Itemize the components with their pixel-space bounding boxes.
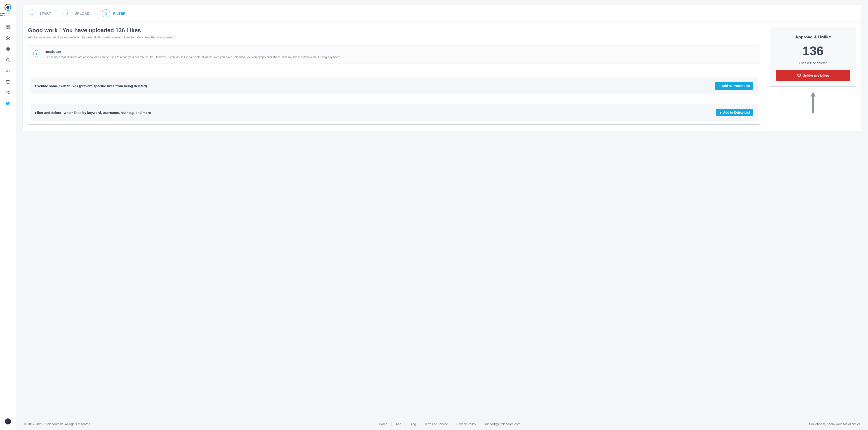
svg-point-9 — [9, 39, 10, 39]
page-subtitle: All of your uploaded likes are selected … — [28, 35, 760, 39]
svg-rect-4 — [8, 28, 10, 29]
svg-line-15 — [8, 37, 9, 38]
footer-tos-link[interactable]: Terms of Service — [421, 422, 452, 426]
svg-rect-3 — [6, 28, 8, 29]
circle-dot-icon[interactable] — [5, 46, 10, 52]
search-icon[interactable] — [5, 57, 10, 62]
twitter-icon[interactable] — [5, 101, 10, 106]
footer-home-link[interactable]: Home — [375, 422, 392, 426]
sidebar: TWITTER TOOL — [0, 0, 16, 430]
svg-point-25 — [7, 91, 8, 92]
stepper: 1 START 2 UPLOAD 3 FILTER — [23, 5, 862, 22]
brand-logo-icon — [4, 3, 12, 11]
svg-line-17 — [8, 38, 9, 39]
footer-app-link[interactable]: App — [392, 422, 406, 426]
step-upload[interactable]: 2 UPLOAD — [63, 9, 90, 18]
filter-label: Exclude some Twitter likes (prevent spec… — [35, 84, 147, 88]
svg-point-7 — [9, 37, 10, 37]
button-label: Add to Protect List — [722, 84, 750, 88]
filter-row-delete: Filter and delete Twitter likes by keywo… — [31, 104, 758, 121]
add-delete-list-button[interactable]: + Add to Delete List — [716, 109, 753, 117]
svg-rect-1 — [6, 26, 8, 27]
step-start[interactable]: 1 START — [28, 9, 51, 18]
footer: © 2017-2023 Circleboom llc. All rights r… — [22, 418, 862, 430]
approve-subtitle: Likes will be deleted — [776, 61, 850, 65]
footer-tagline: Circleboom, boom your social circle! — [809, 422, 860, 426]
filter-label: Filter and delete Twitter likes by keywo… — [35, 111, 151, 114]
button-label: Unlike my Likes — [803, 73, 829, 77]
step-number: 3 — [102, 9, 110, 18]
alert-body: Please note that all filters are optiona… — [44, 55, 341, 59]
footer-privacy-link[interactable]: Privacy Policy — [452, 422, 480, 426]
svg-point-19 — [7, 48, 9, 50]
footer-links: Home App Blog Terms of Service Privacy P… — [375, 422, 524, 426]
svg-line-21 — [8, 61, 9, 62]
logo[interactable]: TWITTER TOOL — [0, 3, 16, 17]
page-title: Good work ! You have uploaded 136 Likes — [28, 27, 760, 34]
dashboard-icon[interactable] — [5, 25, 10, 30]
arrow-up-icon — [770, 92, 856, 113]
footer-support-link[interactable]: support@circleboom.com — [480, 422, 524, 426]
svg-line-16 — [7, 38, 7, 39]
step-label: UPLOAD — [74, 11, 90, 15]
copyright: © 2017-2023 Circleboom llc. All rights r… — [24, 422, 90, 426]
svg-line-14 — [7, 37, 7, 38]
heart-icon — [797, 74, 801, 77]
plus-icon: + — [719, 111, 721, 114]
approve-panel: Approve & Unlike 136 Likes will be delet… — [770, 27, 856, 87]
svg-marker-27 — [810, 92, 815, 113]
approve-title: Approve & Unlike — [776, 35, 850, 39]
analytics-icon[interactable] — [5, 68, 10, 73]
step-filter[interactable]: 3 FILTER — [102, 9, 126, 18]
svg-point-20 — [6, 58, 9, 61]
filter-row-protect: Exclude some Twitter likes (prevent spec… — [31, 77, 758, 94]
svg-point-0 — [6, 6, 9, 9]
delete-count: 136 — [776, 44, 850, 57]
svg-point-8 — [6, 39, 7, 39]
step-number: 2 — [63, 9, 71, 18]
brand-name: TWITTER TOOL — [0, 12, 16, 17]
trash-icon[interactable] — [5, 79, 10, 84]
alert-title: Heads up! — [44, 50, 341, 54]
info-icon: i — [33, 50, 40, 57]
step-label: START — [39, 11, 51, 15]
svg-rect-24 — [8, 70, 9, 72]
users-icon[interactable] — [5, 90, 10, 95]
content-card: 1 START 2 UPLOAD 3 FILTER Good work ! Yo… — [22, 5, 862, 131]
info-alert: i Heads up! Please note that all filters… — [28, 45, 760, 64]
svg-rect-2 — [8, 26, 10, 27]
add-protect-list-button[interactable]: + Add to Protect List — [715, 82, 753, 90]
step-number: 1 — [28, 9, 36, 18]
footer-blog-link[interactable]: Blog — [406, 422, 421, 426]
step-label: FILTER — [113, 11, 126, 15]
svg-rect-23 — [7, 70, 8, 72]
avatar[interactable] — [5, 418, 11, 425]
unlike-my-likes-button[interactable]: Unlike my Likes — [776, 70, 850, 81]
filter-group: Exclude some Twitter likes (prevent spec… — [28, 74, 760, 125]
network-icon[interactable] — [5, 36, 10, 41]
svg-point-6 — [6, 37, 7, 37]
main-content: 1 START 2 UPLOAD 3 FILTER Good work ! Yo… — [16, 0, 868, 430]
svg-point-26 — [8, 91, 9, 92]
button-label: Add to Delete List — [723, 111, 750, 114]
svg-point-11 — [8, 39, 8, 40]
svg-point-10 — [8, 36, 8, 37]
plus-icon: + — [718, 84, 720, 88]
svg-rect-22 — [6, 71, 7, 72]
